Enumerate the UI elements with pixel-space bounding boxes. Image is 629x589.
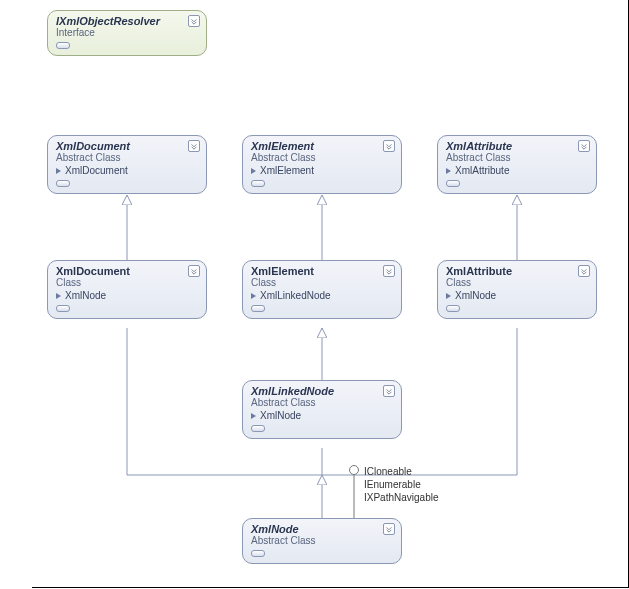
base-label: XmlAttribute xyxy=(455,165,509,176)
node-title: XmlElement xyxy=(251,140,393,152)
node-base: XmlNode xyxy=(446,290,588,301)
compartment-pill xyxy=(251,180,265,187)
node-base: XmlAttribute xyxy=(446,165,588,176)
compartment-pill xyxy=(56,305,70,312)
diagram-canvas: IXmlObjectResolver Interface XmlDocument… xyxy=(32,0,629,588)
inherit-arrow-icon xyxy=(251,293,256,299)
node-stereotype: Abstract Class xyxy=(56,152,198,163)
base-label: XmlNode xyxy=(260,410,301,421)
compartment-pill xyxy=(446,305,460,312)
node-stereotype: Abstract Class xyxy=(251,535,393,546)
expand-icon[interactable] xyxy=(383,385,395,397)
inherit-arrow-icon xyxy=(251,413,256,419)
expand-icon[interactable] xyxy=(188,265,200,277)
base-label: XmlDocument xyxy=(65,165,128,176)
node-stereotype: Abstract Class xyxy=(446,152,588,163)
compartment-pill xyxy=(446,180,460,187)
node-xmlattribute-abstract[interactable]: XmlAttribute Abstract Class XmlAttribute xyxy=(437,135,597,194)
inherit-arrow-icon xyxy=(446,293,451,299)
compartment-pill xyxy=(56,42,70,49)
interface-label: ICloneable xyxy=(364,465,439,478)
node-xmldocument-abstract[interactable]: XmlDocument Abstract Class XmlDocument xyxy=(47,135,207,194)
node-stereotype: Class xyxy=(56,277,198,288)
node-stereotype: Interface xyxy=(56,27,198,38)
node-title: XmlNode xyxy=(251,523,393,535)
compartment-pill xyxy=(251,550,265,557)
node-stereotype: Class xyxy=(446,277,588,288)
inherit-arrow-icon xyxy=(446,168,451,174)
node-xmllinkednode[interactable]: XmlLinkedNode Abstract Class XmlNode xyxy=(242,380,402,439)
expand-icon[interactable] xyxy=(188,140,200,152)
expand-icon[interactable] xyxy=(383,265,395,277)
inherit-arrow-icon xyxy=(56,168,61,174)
base-label: XmlLinkedNode xyxy=(260,290,331,301)
node-xmlnode[interactable]: XmlNode Abstract Class xyxy=(242,518,402,564)
expand-icon[interactable] xyxy=(383,140,395,152)
base-label: XmlNode xyxy=(455,290,496,301)
base-label: XmlNode xyxy=(65,290,106,301)
interface-label: IEnumerable xyxy=(364,478,439,491)
node-base: XmlDocument xyxy=(56,165,198,176)
node-title: XmlAttribute xyxy=(446,265,588,277)
node-title: XmlDocument xyxy=(56,140,198,152)
node-xmlattribute[interactable]: XmlAttribute Class XmlNode xyxy=(437,260,597,319)
compartment-pill xyxy=(56,180,70,187)
node-title: XmlLinkedNode xyxy=(251,385,393,397)
node-title: XmlElement xyxy=(251,265,393,277)
node-title: XmlDocument xyxy=(56,265,198,277)
compartment-pill xyxy=(251,425,265,432)
node-xmldocument[interactable]: XmlDocument Class XmlNode xyxy=(47,260,207,319)
expand-icon[interactable] xyxy=(578,140,590,152)
node-base: XmlNode xyxy=(56,290,198,301)
expand-icon[interactable] xyxy=(188,15,200,27)
expand-icon[interactable] xyxy=(578,265,590,277)
lollipop-icon xyxy=(349,465,359,475)
node-stereotype: Abstract Class xyxy=(251,152,393,163)
node-stereotype: Abstract Class xyxy=(251,397,393,408)
node-stereotype: Class xyxy=(251,277,393,288)
base-label: XmlElement xyxy=(260,165,314,176)
interface-labels: ICloneable IEnumerable IXPathNavigable xyxy=(364,465,439,504)
node-xmlelement-abstract[interactable]: XmlElement Abstract Class XmlElement xyxy=(242,135,402,194)
inherit-arrow-icon xyxy=(251,168,256,174)
node-base: XmlElement xyxy=(251,165,393,176)
node-xmlelement[interactable]: XmlElement Class XmlLinkedNode xyxy=(242,260,402,319)
compartment-pill xyxy=(251,305,265,312)
node-title: IXmlObjectResolver xyxy=(56,15,198,27)
node-ixmlobjectresolver[interactable]: IXmlObjectResolver Interface xyxy=(47,10,207,56)
node-title: XmlAttribute xyxy=(446,140,588,152)
inherit-arrow-icon xyxy=(56,293,61,299)
node-base: XmlNode xyxy=(251,410,393,421)
expand-icon[interactable] xyxy=(383,523,395,535)
node-base: XmlLinkedNode xyxy=(251,290,393,301)
interface-label: IXPathNavigable xyxy=(364,491,439,504)
